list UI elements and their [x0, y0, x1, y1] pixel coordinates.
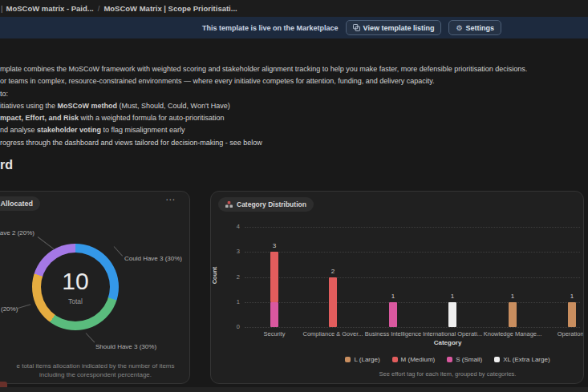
allocation-chart-title-pill[interactable]: age Allocated: [0, 196, 40, 211]
breadcrumb-separator: /: [98, 4, 100, 13]
template-icon: [353, 24, 360, 31]
breadcrumb-item-page[interactable]: MoSCoW Matrix | Scope Prioritisati...: [103, 4, 237, 13]
bar-value-label: 2: [325, 268, 341, 275]
breadcrumb: | MoSCoW matrix - Paid... / MoSCoW Matri…: [0, 0, 588, 17]
chart-legend: L (Large)M (Medium)S (Small)XL (Extra La…: [312, 356, 583, 363]
bar-value-label: 1: [385, 293, 401, 300]
donut-label-should-have: Should Have 3 (30%): [95, 343, 156, 350]
bar-chart[interactable]: 012343Security2Compliance & Gover...1Bus…: [211, 192, 583, 383]
donut-total-label: Total: [68, 297, 83, 305]
legend-item: L (Large): [345, 356, 379, 363]
legend-swatch: [447, 357, 452, 362]
category-chart-card: Category Distribution Count 012343Securi…: [210, 191, 584, 384]
allocation-chart-footnote: e total items allocation indicated by th…: [7, 362, 184, 379]
y-tick-label: 2: [227, 273, 240, 281]
y-tick-label: 0: [227, 323, 240, 330]
x-tick-label: Operations: [536, 330, 584, 337]
legend-label: XL (Extra Large): [503, 356, 549, 363]
bar-segment-XL[interactable]: [448, 302, 456, 327]
legend-swatch: [494, 357, 500, 362]
banner-message: This template is live on the Marketplace: [202, 24, 339, 32]
bar-value-label: 1: [444, 293, 460, 300]
settings-button[interactable]: ⚙ Settings: [448, 20, 501, 35]
bar-segment-M[interactable]: [329, 277, 337, 328]
bar-segment-S[interactable]: [389, 302, 397, 327]
gridline: [245, 252, 580, 253]
gridline: [245, 227, 580, 228]
view-template-listing-label: View template listing: [363, 24, 435, 32]
x-axis-label: Category: [312, 339, 583, 346]
legend-label: L (Large): [354, 356, 379, 363]
y-tick-label: 3: [227, 248, 240, 255]
intro-line: mpact, Effort, and Risk with a weighted …: [0, 112, 562, 124]
bar-segment-M[interactable]: [270, 252, 278, 302]
section-heading-fragment: rd: [0, 158, 13, 172]
legend-swatch: [345, 357, 351, 362]
intro-line: to:: [0, 88, 562, 100]
breadcrumb-item-workspace[interactable]: MoSCoW matrix - Paid...: [6, 4, 93, 13]
bar-segment-L[interactable]: [568, 302, 576, 327]
bar-segment-S[interactable]: [270, 302, 278, 327]
donut-chart[interactable]: 10 Total: [32, 244, 119, 330]
legend-item: S (Small): [447, 356, 482, 363]
bar-value-label: 3: [266, 242, 282, 249]
legend-label: S (Small): [456, 356, 482, 363]
gridline: [245, 277, 580, 278]
next-section-edge: [0, 387, 588, 392]
gear-icon: ⚙: [456, 24, 462, 32]
legend-item: XL (Extra Large): [494, 356, 549, 363]
more-menu-button[interactable]: ⋯: [165, 194, 176, 205]
intro-line: mplate combines the MoSCoW framework wit…: [0, 63, 562, 75]
donut-label-could-have: Could Have 3 (30%): [124, 255, 182, 262]
bar-value-label: 1: [564, 293, 580, 300]
category-chart-footnote: See effort tag for each item, grouped by…: [312, 370, 583, 378]
gridline: [245, 327, 580, 328]
intro-text: mplate combines the MoSCoW framework wit…: [0, 63, 562, 149]
intro-line: nd analyse stakeholder voting to flag mi…: [0, 124, 562, 136]
donut-total-value: 10: [62, 269, 88, 293]
settings-label: Settings: [466, 24, 495, 32]
donut-label-wont-have: Have 2 (20%): [0, 229, 34, 236]
y-tick-label: 4: [227, 223, 240, 230]
legend-item: M (Medium): [392, 356, 436, 363]
donut-hole: 10 Total: [41, 253, 110, 321]
allocation-chart-card: age Allocated ⋯ 10 Total Have 2 (20%) Co…: [0, 191, 190, 384]
bar-segment-L[interactable]: [509, 302, 517, 327]
clipped-icon: |: [1, 4, 2, 13]
leader-line: [86, 333, 95, 342]
leader-line: [38, 236, 55, 249]
legend-swatch: [392, 357, 398, 362]
app-window: | MoSCoW matrix - Paid... / MoSCoW Matri…: [0, 0, 588, 392]
y-tick-label: 1: [227, 298, 240, 305]
leader-line: [114, 246, 123, 257]
legend-label: M (Medium): [401, 356, 436, 363]
bar-value-label: 1: [505, 293, 521, 300]
view-template-listing-button[interactable]: View template listing: [346, 20, 442, 35]
intro-line: or teams in complex, resource-constraine…: [0, 75, 562, 87]
intro-line: itiatives using the MoSCoW method (Must,…: [0, 100, 562, 112]
intro-line: rogress through the dashboard and views …: [0, 137, 562, 149]
marketplace-banner: This template is live on the Marketplace…: [0, 17, 588, 38]
gridline: [245, 302, 580, 303]
allocation-chart-title: age Allocated: [0, 200, 33, 208]
